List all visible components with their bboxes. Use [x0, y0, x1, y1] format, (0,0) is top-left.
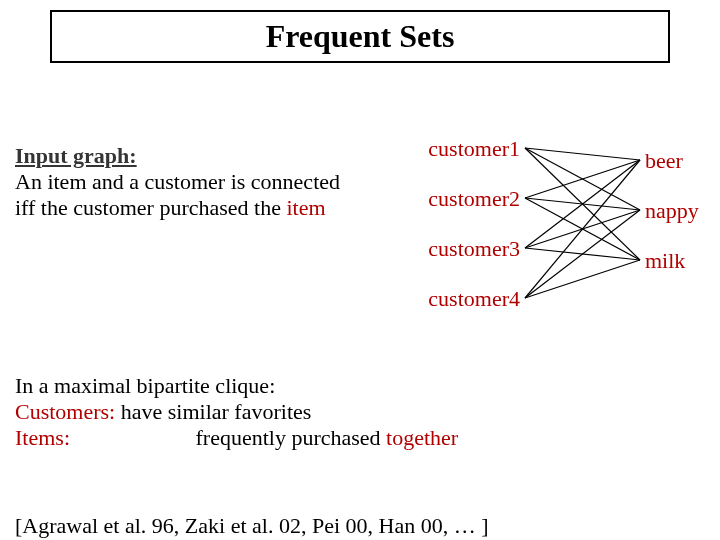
body-line-customers: Customers: have similar favorites: [15, 399, 665, 425]
svg-line-10: [525, 210, 640, 298]
body-text-block: In a maximal bipartite clique: Customers…: [15, 373, 665, 451]
svg-line-0: [525, 148, 640, 160]
title-text: Frequent Sets: [266, 18, 455, 54]
item-node-1: beer: [645, 148, 715, 174]
bipartite-graph: customer1 customer2 customer3 customer4 …: [420, 128, 720, 363]
input-graph-line1: An item and a customer is connected: [15, 169, 385, 195]
svg-line-3: [525, 160, 640, 198]
svg-line-11: [525, 260, 640, 298]
customer-node-2: customer2: [410, 186, 520, 212]
input-graph-block: Input graph: An item and a customer is c…: [15, 143, 385, 221]
body-line-items: Items: frequently purchased together: [15, 425, 665, 451]
customer-node-1: customer1: [410, 136, 520, 162]
citation-text: [Agrawal et al. 96, Zaki et al. 02, Pei …: [15, 513, 695, 539]
slide-title: Frequent Sets: [50, 10, 670, 63]
customer-node-3: customer3: [410, 236, 520, 262]
input-graph-heading: Input graph:: [15, 143, 385, 169]
customer-node-4: customer4: [410, 286, 520, 312]
item-node-2: nappy: [645, 198, 715, 224]
input-graph-line2: iff the customer purchased the item: [15, 195, 385, 221]
item-node-3: milk: [645, 248, 715, 274]
svg-line-9: [525, 160, 640, 298]
svg-line-6: [525, 160, 640, 248]
body-line-1: In a maximal bipartite clique:: [15, 373, 665, 399]
